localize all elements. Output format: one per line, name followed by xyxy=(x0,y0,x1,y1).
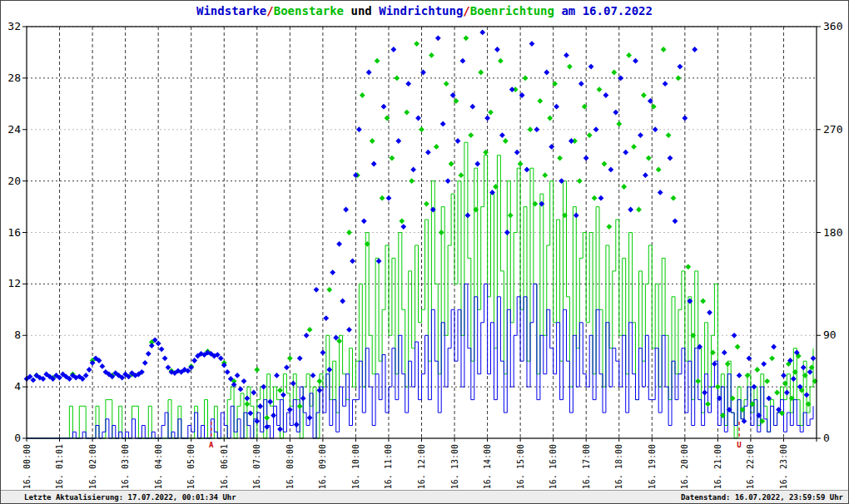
y-left-tick-label: 28 xyxy=(7,72,21,84)
x-tick-label: 16. 10:00 xyxy=(351,444,360,489)
title-segment: Windstarke xyxy=(196,4,266,17)
x-tick-label: 16. 16:00 xyxy=(549,444,558,489)
x-tick-label: 16. 05:00 xyxy=(186,444,196,489)
y-right-tick-label: 0 xyxy=(823,432,830,444)
x-tick-label: 16. 15:00 xyxy=(516,444,525,489)
title-segment: und xyxy=(344,4,379,17)
title-segment: Boenrichtung xyxy=(470,4,554,17)
x-tick-label: 16. 08:00 xyxy=(285,444,295,489)
y-right-tick-label: 90 xyxy=(823,329,837,341)
last-update-text: Letzte Aktualisierung: 17.07.2022, 00:01… xyxy=(24,493,236,502)
y-left-tick-label: 12 xyxy=(7,277,21,289)
x-tick-label: 16. 21:00 xyxy=(713,444,722,489)
y-left-tick-label: 20 xyxy=(7,175,21,187)
y-right-tick-label: 270 xyxy=(823,123,842,136)
x-tick-label: 16. 02:00 xyxy=(88,444,97,489)
x-tick-label: 16. 18:00 xyxy=(614,444,623,489)
y-left-tick-label: 32 xyxy=(7,20,21,32)
x-tick-label: 16. 19:00 xyxy=(648,444,657,489)
title-segment: Windrichtung xyxy=(379,4,463,17)
gust-speed-line xyxy=(27,142,813,438)
sun-marker-label: U xyxy=(737,441,741,449)
x-tick-label: 16. 12:00 xyxy=(417,444,426,489)
y-left-tick-label: 8 xyxy=(14,329,21,341)
x-tick-label: 16. 13:00 xyxy=(450,444,459,489)
chart-title: Windstarke/Boenstarke und Windrichtung/B… xyxy=(1,4,848,17)
x-tick-label: 16. 06:01 xyxy=(220,444,229,489)
x-tick-label: 16. 03:00 xyxy=(121,444,130,489)
data-timestamp-text: Datenstand: 16.07.2022, 23:59:59 Uhr xyxy=(681,493,843,502)
x-tick-label: 16. 00:00 xyxy=(22,444,32,489)
title-segment: Boenstarke xyxy=(274,4,344,17)
y-left-tick-label: 0 xyxy=(14,432,21,444)
weather-chart-screen: 04812162024283209018027036016. 00:0016. … xyxy=(0,0,849,504)
x-tick-label: 16. 07:00 xyxy=(252,444,261,489)
title-segment: / xyxy=(463,4,469,17)
title-segment: / xyxy=(266,4,273,17)
y-left-tick-label: 4 xyxy=(14,380,21,393)
x-tick-label: 16. 22:00 xyxy=(746,444,755,489)
x-tick-label: 16. 11:00 xyxy=(384,444,393,489)
x-tick-label: 16. 20:00 xyxy=(680,444,689,489)
gust-direction-points xyxy=(34,35,818,423)
title-segment: am 16.07.2022 xyxy=(554,4,653,17)
y-left-tick-label: 16 xyxy=(7,226,21,239)
y-right-tick-label: 360 xyxy=(823,20,842,32)
x-tick-label: 16. 14:00 xyxy=(483,444,492,489)
y-left-tick-label: 24 xyxy=(7,123,21,136)
x-tick-label: 16. 17:00 xyxy=(582,444,591,489)
x-tick-label: 16. 09:00 xyxy=(318,444,327,489)
x-tick-label: 16. 01:01 xyxy=(55,444,64,489)
footer-bar: Letzte Aktualisierung: 17.07.2022, 00:01… xyxy=(1,490,848,503)
x-tick-label: 16. 04:00 xyxy=(154,444,163,489)
wind-direction-points xyxy=(24,30,817,432)
sun-marker-label: A xyxy=(209,441,214,449)
x-tick-label: 16. 23:00 xyxy=(779,444,788,489)
y-right-tick-label: 180 xyxy=(823,226,842,239)
wind-chart-plot: 04812162024283209018027036016. 00:0016. … xyxy=(1,1,849,492)
